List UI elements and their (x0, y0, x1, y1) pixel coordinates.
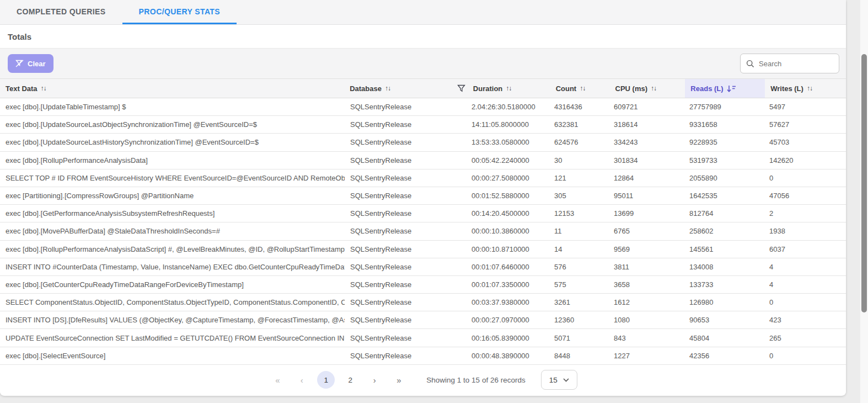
column-header-database[interactable]: Database ↑↓ (344, 79, 443, 98)
cell-spacer (444, 276, 466, 293)
cell-text-data: exec [dbo].[SelectEventSource] (0, 347, 345, 364)
cell-database: SQLSentryRelease (345, 116, 444, 133)
cell-spacer (444, 222, 466, 240)
cell-duration: 00:01:52.5880000 (466, 187, 549, 204)
cell-count: 12153 (549, 205, 608, 222)
table-row[interactable]: exec [dbo].[MovePABufferData] @StaleData… (0, 222, 846, 240)
table-row[interactable]: UPDATE EventSourceConnection SET LastMod… (0, 329, 846, 347)
last-page-button[interactable]: » (390, 371, 408, 389)
section-title-row: Totals (0, 25, 846, 49)
cell-reads-l: 126980 (684, 294, 764, 311)
toolbar: Clear (0, 49, 846, 78)
table-row[interactable]: exec [dbo].[RollupPerformanceAnalysisDat… (0, 241, 846, 258)
cell-count: 11 (549, 222, 608, 240)
column-header-count[interactable]: Count ↑↓ (550, 79, 610, 98)
cell-count: 121 (549, 169, 608, 187)
table-row[interactable]: exec [dbo].[UpdateTableTimestamp] $ SQLS… (0, 98, 846, 116)
table-row[interactable]: exec [Partitioning].[CompressRowGroups] … (0, 187, 846, 205)
cell-reads-l: 45804 (684, 329, 764, 346)
cell-reads-l: 812764 (684, 205, 764, 222)
cell-duration: 00:14:20.4500000 (466, 205, 549, 222)
proc-query-stats-panel: COMPLETED QUERIES PROC/QUERY STATS Total… (0, 0, 846, 396)
sort-both-icon: ↑↓ (580, 84, 585, 92)
cell-spacer (444, 152, 466, 169)
first-page-button[interactable]: « (269, 371, 286, 389)
cell-reads-l: 27757989 (684, 98, 764, 115)
cell-spacer (444, 311, 466, 328)
cell-count: 8448 (549, 347, 608, 364)
cell-count: 575 (549, 276, 608, 293)
cell-duration: 00:01:07.3350000 (466, 276, 549, 293)
cell-spacer (444, 187, 466, 204)
page-number-1[interactable]: 1 (317, 371, 335, 389)
table-row[interactable]: SELECT ComponentStatus.ObjectID, Compone… (0, 294, 846, 311)
cell-writes-l: 5497 (764, 98, 845, 115)
table-row[interactable]: INSERT INTO [DS].[DfeResults] VALUES (@O… (0, 311, 846, 329)
cell-database: SQLSentryRelease (345, 187, 444, 204)
database-filter-icon[interactable] (443, 79, 465, 98)
table-row[interactable]: exec [dbo].[UpdateSourceLastObjectSynchr… (0, 116, 846, 134)
table-row[interactable]: exec [dbo].[UpdateSourceLastHistorySynch… (0, 134, 846, 151)
cell-cpu-ms: 318614 (608, 116, 684, 133)
cell-spacer (444, 294, 466, 311)
table-row[interactable]: exec [dbo].[GetPerformanceAnalysisSubsys… (0, 205, 846, 222)
cell-database: SQLSentryRelease (345, 258, 444, 275)
column-header-text-data[interactable]: Text Data ↑↓ (0, 79, 344, 98)
cell-spacer (444, 116, 466, 133)
previous-page-button[interactable]: ‹ (293, 371, 310, 389)
cell-cpu-ms: 13699 (608, 205, 684, 222)
cell-spacer (444, 329, 466, 346)
column-header-cpu-ms[interactable]: CPU (ms) ↑↓ (610, 79, 685, 98)
tab-proc-query-stats[interactable]: PROC/QUERY STATS (122, 0, 237, 24)
cell-spacer (444, 134, 466, 151)
cell-writes-l: 57627 (764, 116, 845, 133)
column-header-duration[interactable]: Duration ↑↓ (468, 79, 550, 98)
records-summary: Showing 1 to 15 of 26 records (426, 376, 525, 384)
cell-database: SQLSentryRelease (345, 276, 444, 293)
cell-duration: 14:11:05.8000000 (466, 116, 549, 133)
cell-database: SQLSentryRelease (345, 347, 444, 364)
table-row[interactable]: exec [dbo].[RollupPerformanceAnalysisDat… (0, 152, 846, 169)
cell-reads-l: 133733 (684, 276, 764, 293)
cell-count: 12360 (549, 311, 608, 328)
table-row[interactable]: exec [dbo].[SelectEventSource] SQLSentry… (0, 347, 846, 365)
next-page-button[interactable]: › (366, 371, 383, 389)
cell-text-data: exec [dbo].[RollupPerformanceAnalysisDat… (0, 152, 345, 169)
vertical-scrollbar-thumb[interactable] (861, 54, 867, 312)
column-header-writes-l[interactable]: Writes (L) ↑↓ (765, 79, 846, 98)
search-input[interactable] (759, 60, 833, 68)
cell-writes-l: 0 (764, 169, 845, 187)
grid-body: exec [dbo].[UpdateTableTimestamp] $ SQLS… (0, 98, 846, 365)
tab-bar: COMPLETED QUERIES PROC/QUERY STATS (0, 0, 846, 25)
cell-reads-l: 258602 (684, 222, 764, 240)
cell-text-data: exec [dbo].[UpdateSourceLastHistorySynch… (0, 134, 345, 151)
cell-text-data: exec [Partitioning].[CompressRowGroups] … (0, 187, 345, 204)
cell-writes-l: 423 (764, 311, 845, 328)
cell-text-data: exec [dbo].[GetPerformanceAnalysisSubsys… (0, 205, 345, 222)
table-row[interactable]: SELECT TOP # ID FROM EventSourceHistory … (0, 169, 846, 187)
cell-writes-l: 142620 (764, 152, 845, 169)
page-size-select[interactable]: 15 (541, 370, 577, 390)
cell-duration: 00:03:37.9380000 (466, 294, 549, 311)
cell-duration: 00:05:42.2240000 (466, 152, 549, 169)
clear-filters-button[interactable]: Clear (8, 54, 53, 73)
cell-duration: 00:00:27.0970000 (466, 311, 549, 328)
page-number-2[interactable]: 2 (341, 371, 359, 389)
cell-reads-l: 42356 (684, 347, 764, 364)
cell-cpu-ms: 1227 (608, 347, 684, 364)
cell-text-data: UPDATE EventSourceConnection SET LastMod… (0, 329, 345, 346)
column-header-reads-l[interactable]: Reads (L) (685, 79, 765, 98)
tab-completed-queries[interactable]: COMPLETED QUERIES (0, 0, 122, 24)
column-label: CPU (ms) (615, 84, 648, 93)
cell-cpu-ms: 3658 (608, 276, 684, 293)
cell-database: SQLSentryRelease (345, 222, 444, 240)
table-row[interactable]: INSERT INTO #CounterData (Timestamp, Val… (0, 258, 846, 276)
column-label: Text Data (6, 84, 37, 93)
column-label: Database (350, 84, 382, 93)
table-row[interactable]: exec [dbo].[GetCounterCpuReadyTimeDataRa… (0, 276, 846, 294)
cell-cpu-ms: 1080 (608, 311, 684, 328)
tab-label: COMPLETED QUERIES (17, 7, 106, 16)
cell-text-data: SELECT ComponentStatus.ObjectID, Compone… (0, 294, 345, 311)
cell-spacer (444, 241, 466, 258)
clear-filter-icon (15, 60, 24, 67)
